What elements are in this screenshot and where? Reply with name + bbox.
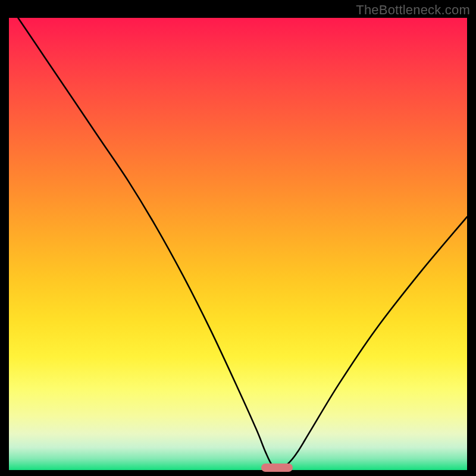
watermark-text: TheBottleneck.com: [356, 2, 470, 18]
plot-area: [9, 18, 467, 470]
bottleneck-curve: [9, 18, 467, 470]
chart-frame: TheBottleneck.com: [0, 0, 476, 476]
minimum-marker: [261, 464, 293, 472]
